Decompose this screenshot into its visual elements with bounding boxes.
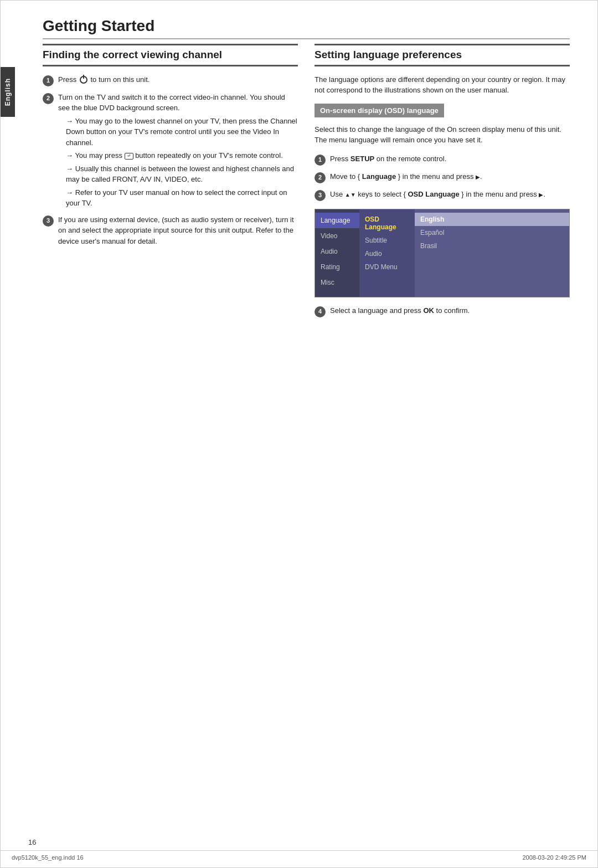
right-column: Setting language preferences The languag… [315, 44, 570, 323]
left-step-1: 1 Press to turn on this unit. [43, 74, 298, 86]
step-number-1: 1 [43, 75, 54, 86]
right-step-3-content: Use keys to select { OSD Language } in t… [330, 189, 570, 200]
right-step-4-content: Select a language and press OK to confir… [330, 305, 570, 316]
left-section-header: Finding the correct viewing channel [43, 44, 298, 66]
step-3-content: If you are using external device, (such … [58, 214, 298, 247]
menu-item-rating: Rating [315, 259, 359, 275]
menu-item-language: Language [315, 213, 359, 228]
two-column-layout: Finding the correct viewing channel 1 Pr… [43, 44, 570, 323]
step-1-content: Press to turn on this unit. [58, 74, 298, 85]
up-arrow-icon [345, 190, 350, 198]
menu-right-espanol: Español [415, 226, 569, 239]
footer-right: 2008-03-20 2:49:25 PM [522, 854, 586, 861]
step-2-content: Turn on the TV and switch it to the corr… [58, 92, 298, 209]
step-2-bullet-4: Refer to your TV user manual on how to s… [58, 187, 298, 209]
input-button-icon: ⤶ [125, 153, 133, 160]
right-arrow-icon [476, 172, 480, 181]
menu-mid-audio: Audio [359, 247, 415, 260]
sidebar-tab: English [1, 67, 15, 117]
power-icon [80, 76, 87, 84]
language-label: Language [362, 172, 396, 181]
right-step-number-4: 4 [315, 306, 326, 317]
step-2-bullet-1: You may go to the lowest channel on your… [58, 116, 298, 148]
menu-left-column: Language Video Audio Rating Misc [315, 209, 359, 297]
menu-right-column: English Español Brasil [415, 209, 569, 297]
right-step-2: 2 Move to { Language } in the menu and p… [315, 171, 570, 183]
osd-language-label: OSD Language [408, 190, 459, 198]
power-icon-line [83, 75, 84, 79]
right-step-number-2: 2 [315, 172, 326, 183]
page-number: 16 [28, 838, 36, 846]
menu-screenshot: Language Video Audio Rating Misc OSD Lan… [315, 209, 570, 297]
left-column: Finding the correct viewing channel 1 Pr… [43, 44, 298, 323]
right-section-title: Setting language preferences [315, 48, 570, 62]
left-step-3: 3 If you are using external device, (suc… [43, 214, 298, 247]
osd-heading-box: On-screen display (OSD) language [315, 104, 444, 117]
step-2-bullet-3: Usually this channel is between the lowe… [58, 163, 298, 185]
menu-item-audio: Audio [315, 244, 359, 259]
main-content: Getting Started Finding the correct view… [15, 1, 597, 345]
footer-left: dvp5120k_55_eng.indd 16 [12, 854, 84, 861]
right-step-3: 3 Use keys to select { OSD Language } in… [315, 189, 570, 201]
right-step-2-content: Move to { Language } in the menu and pre… [330, 171, 570, 182]
setup-label: SETUP [350, 155, 374, 163]
menu-right-brasil: Brasil [415, 239, 569, 253]
menu-item-misc: Misc [315, 275, 359, 290]
page-title: Getting Started [43, 17, 570, 39]
menu-mid-subtitle: Subtitle [359, 234, 415, 247]
left-section-title: Finding the correct viewing channel [43, 48, 298, 62]
left-step-2: 2 Turn on the TV and switch it to the co… [43, 92, 298, 209]
right-step-1-content: Press SETUP on the remote control. [330, 153, 570, 165]
ok-label: OK [423, 306, 434, 315]
page-wrapper: English Getting Started Finding the corr… [0, 0, 598, 868]
down-arrow-icon [350, 190, 356, 198]
menu-item-video: Video [315, 228, 359, 244]
step-number-2: 2 [43, 93, 54, 104]
step-number-3: 3 [43, 215, 54, 227]
right-section-header: Setting language preferences [315, 44, 570, 66]
menu-mid-osd: OSD Language [359, 213, 415, 234]
menu-mid-column: OSD Language Subtitle Audio DVD Menu [359, 209, 415, 297]
page-footer: dvp5120k_55_eng.indd 16 2008-03-20 2:49:… [1, 850, 597, 861]
step-2-bullet-2: You may press ⤶ button repeatedly on you… [58, 150, 298, 161]
right-step-number-1: 1 [315, 155, 326, 166]
right-step-1: 1 Press SETUP on the remote control. [315, 153, 570, 166]
menu-right-english: English [415, 213, 569, 226]
osd-description: Select this to change the language of th… [315, 124, 570, 146]
menu-mid-dvd: DVD Menu [359, 260, 415, 274]
sidebar-label: English [4, 78, 12, 106]
right-arrow-icon-2 [539, 190, 543, 198]
right-step-4: 4 Select a language and press OK to conf… [315, 305, 570, 317]
right-intro: The language options are different depen… [315, 74, 570, 96]
right-step-number-3: 3 [315, 190, 326, 201]
